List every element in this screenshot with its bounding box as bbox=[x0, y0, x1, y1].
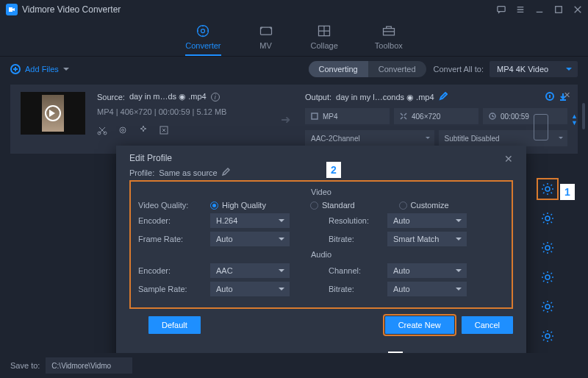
container-cell[interactable]: MP4 bbox=[305, 108, 390, 124]
preset-settings-button-4[interactable] bbox=[541, 271, 554, 284]
output-format-dropdown[interactable]: MP4 4K Video bbox=[490, 61, 578, 77]
create-new-button[interactable]: Create New bbox=[385, 316, 454, 334]
app-title: Vidmore Video Converter bbox=[22, 4, 121, 15]
framerate-label: Frame Rate: bbox=[138, 235, 203, 243]
quality-standard-radio[interactable]: Standard bbox=[310, 201, 355, 210]
quality-label: Video Quality: bbox=[138, 201, 203, 210]
source-meta: MP4 | 406×720 | 00:00:59 | 5.12 MB bbox=[97, 107, 266, 116]
preset-settings-button-5[interactable] bbox=[541, 300, 554, 313]
audio-section-header: Audio bbox=[138, 250, 504, 259]
channel-select[interactable]: Auto bbox=[387, 263, 467, 278]
cancel-button[interactable]: Cancel bbox=[462, 316, 513, 334]
video-bitrate-select[interactable]: Smart Match bbox=[387, 232, 467, 246]
info-icon[interactable]: i bbox=[211, 93, 220, 101]
resolution-cell[interactable]: 406×720 bbox=[394, 108, 478, 124]
convert-state-toggle: Converting Converted bbox=[309, 61, 426, 77]
audio-encoder-label: Encoder: bbox=[138, 266, 203, 275]
tab-converter[interactable]: Converter bbox=[185, 24, 220, 56]
settings-panel: Video Video Quality: High Quality Standa… bbox=[129, 180, 513, 309]
svg-point-16 bbox=[545, 187, 550, 191]
maximize-button[interactable] bbox=[554, 5, 563, 14]
output-label: Output: bbox=[305, 93, 331, 101]
tab-collage[interactable]: Collage bbox=[311, 24, 338, 56]
close-button[interactable] bbox=[573, 5, 582, 14]
profile-value: Same as source bbox=[159, 168, 217, 177]
step-marker-2: 2 bbox=[326, 162, 341, 178]
convert-all-to-label: Convert All to: bbox=[434, 65, 484, 74]
add-files-label: Add Files bbox=[25, 65, 59, 74]
rename-icon[interactable] bbox=[439, 92, 448, 102]
svg-point-17 bbox=[545, 216, 550, 221]
toolbox-icon bbox=[381, 24, 397, 38]
edit-profile-name-icon[interactable] bbox=[222, 168, 230, 177]
samplerate-select[interactable]: Auto bbox=[210, 282, 290, 296]
audio-cell[interactable]: AAC-2Channel bbox=[305, 130, 434, 146]
preset-settings-button-3[interactable] bbox=[541, 241, 554, 254]
converted-tab[interactable]: Converted bbox=[368, 61, 426, 77]
svg-point-10 bbox=[120, 127, 126, 133]
main-tabs: Converter MV Collage Toolbox bbox=[0, 19, 588, 56]
preset-settings-button-6[interactable] bbox=[541, 329, 554, 343]
svg-point-2 bbox=[198, 26, 209, 37]
preset-settings-button-2[interactable] bbox=[541, 212, 554, 225]
samplerate-label: Sample Rate: bbox=[138, 285, 203, 293]
framerate-select[interactable]: Auto bbox=[210, 232, 290, 246]
enhance-icon[interactable] bbox=[138, 125, 148, 137]
svg-rect-1 bbox=[556, 7, 562, 13]
dialog-close-button[interactable]: ✕ bbox=[504, 153, 513, 165]
tab-collage-label: Collage bbox=[311, 41, 338, 50]
svg-rect-4 bbox=[260, 27, 271, 35]
save-to-label: Save to: bbox=[10, 361, 40, 370]
output-info-icon[interactable] bbox=[545, 92, 554, 102]
add-files-button[interactable]: Add Files bbox=[10, 64, 69, 74]
tab-toolbox-label: Toolbox bbox=[375, 41, 403, 50]
compress-icon[interactable] bbox=[159, 125, 169, 137]
converter-icon bbox=[195, 24, 211, 38]
video-encoder-label: Encoder: bbox=[138, 216, 203, 225]
video-thumbnail[interactable] bbox=[21, 92, 85, 135]
profile-label: Profile: bbox=[129, 168, 154, 177]
svg-point-19 bbox=[545, 275, 550, 279]
resolution-label: Resolution: bbox=[329, 216, 380, 225]
quality-customize-radio[interactable]: Customize bbox=[399, 201, 449, 210]
resolution-select[interactable]: Auto bbox=[387, 213, 467, 228]
svg-point-21 bbox=[545, 334, 550, 338]
svg-point-18 bbox=[545, 246, 550, 250]
preset-settings-button-1[interactable] bbox=[541, 182, 554, 196]
tab-mv-label: MV bbox=[259, 41, 272, 50]
video-section-header: Video bbox=[138, 188, 504, 196]
titlebar: Vidmore Video Converter bbox=[0, 0, 588, 19]
default-button[interactable]: Default bbox=[148, 316, 201, 334]
toolbar: Add Files Converting Converted Convert A… bbox=[0, 57, 588, 82]
file-item: Source: day in m…ds ◉ .mp4 i MP4 | 406×7… bbox=[10, 85, 578, 154]
reorder-icon[interactable]: ▲▼ bbox=[571, 113, 578, 126]
video-bitrate-label: Bitrate: bbox=[329, 235, 380, 243]
play-icon bbox=[45, 105, 61, 121]
quality-high-radio[interactable]: High Quality bbox=[210, 201, 266, 210]
mv-icon bbox=[258, 24, 274, 38]
video-encoder-select[interactable]: H.264 bbox=[210, 213, 290, 228]
edit-icon[interactable] bbox=[118, 125, 128, 137]
dialog-title: Edit Profile bbox=[129, 153, 172, 163]
save-path-field[interactable]: C:\Vidmore\Vidmo bbox=[46, 357, 132, 374]
tab-toolbox[interactable]: Toolbox bbox=[375, 24, 403, 56]
device-preview-icon bbox=[534, 114, 548, 140]
arrow-right-icon: ➜ bbox=[281, 113, 290, 126]
trim-icon[interactable] bbox=[97, 125, 107, 137]
audio-encoder-select[interactable]: AAC bbox=[210, 263, 290, 278]
feedback-icon[interactable] bbox=[497, 5, 506, 14]
minimize-button[interactable] bbox=[535, 5, 544, 14]
remove-item-button[interactable]: ✕ bbox=[564, 90, 570, 100]
app-logo bbox=[6, 4, 18, 15]
audio-bitrate-select[interactable]: Auto bbox=[387, 282, 467, 296]
step-marker-1: 1 bbox=[560, 184, 575, 200]
menu-icon[interactable] bbox=[516, 5, 525, 14]
converting-tab[interactable]: Converting bbox=[309, 61, 368, 77]
svg-point-20 bbox=[545, 304, 550, 309]
source-filename: day in m…ds ◉ .mp4 bbox=[129, 92, 207, 101]
scrollbar[interactable] bbox=[582, 103, 585, 129]
tab-mv[interactable]: MV bbox=[258, 24, 274, 56]
source-label: Source: bbox=[97, 93, 125, 101]
duration-cell[interactable]: 00:00:59 bbox=[483, 108, 567, 124]
channel-label: Channel: bbox=[329, 266, 380, 275]
